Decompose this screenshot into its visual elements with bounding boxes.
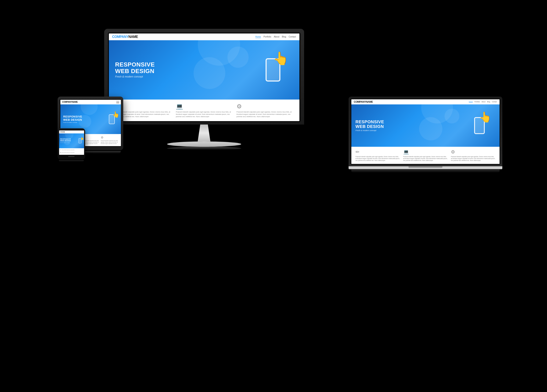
phone-bezel: CONAME RESPONSIVE WEB DESIGN [58, 128, 85, 159]
tablet-hand-cursor: 👆 [112, 111, 118, 117]
nav-item-about[interactable]: About [274, 35, 279, 38]
phone-pen-icon [60, 149, 61, 151]
laptop-feature-3-text: Praesent blandit vulputate justo eget eg… [451, 156, 495, 161]
laptop-feature-1: Praesent blandit vulputate justo eget eg… [356, 149, 400, 161]
hand-cursor-icon: 👆 [273, 51, 288, 66]
phone-feature-1-text: Praesent blandit vulputate justo eget eg… [62, 150, 75, 150]
nav-item-contact[interactable]: Contact [289, 35, 296, 38]
laptop-hero-subtitle: Fresh & modern concept [356, 129, 384, 131]
laptop-nav-blog[interactable]: Blog [487, 101, 490, 103]
site-nav: Home Portfolio About Blog Contact [255, 35, 296, 38]
feature-2: Praesent blandit vulputate justo eget eg… [176, 103, 232, 118]
hero-circle-3 [227, 47, 249, 68]
site-logo: COMPANYNAME [112, 35, 138, 39]
tablet-feature-3-text: Praesent blandit vulputate justo eget eg… [101, 140, 119, 144]
laptop-feature-2: Praesent blandit vulputate justo eget eg… [403, 149, 447, 161]
laptop-feature-3: Praesent blandit vulputate justo eget eg… [451, 149, 495, 161]
nav-item-portfolio[interactable]: Portfolio [263, 35, 271, 38]
tablet-hero-title: RESPONSIVE WEB DESIGN [63, 115, 82, 121]
tablet-hero-subtitle: Fresh & modern concept [63, 122, 82, 123]
gear-icon [237, 103, 242, 110]
laptop-device: COMPANYNAME Home Portfolio About Blog Co… [349, 96, 502, 172]
hamburger-line-1 [116, 101, 119, 102]
laptop-hero-text: RESPONSIVE WEB DESIGN Fresh & modern con… [351, 119, 384, 131]
phone-hero-circle-1 [65, 133, 74, 139]
feature-3-text: Praesent blandit vulputate justo eget eg… [237, 111, 293, 118]
laptop-phone-illustration: 👆 [474, 117, 485, 134]
laptop-hero-circle-3 [444, 109, 459, 124]
laptop-hero-icon: 👆 [474, 117, 485, 134]
laptop-nav-portfolio[interactable]: Portfolio [474, 101, 480, 103]
phone-home-button[interactable] [68, 156, 75, 157]
laptop-nav-about[interactable]: About [482, 101, 485, 103]
tablet-site-logo: COMPANYNAME [62, 101, 78, 103]
phone-website: CONAME RESPONSIVE WEB DESIGN [59, 131, 84, 155]
laptop-icon [176, 103, 183, 110]
hero-title: RESPONSIVE WEB DESIGN [115, 62, 155, 75]
feature-2-text: Praesent blandit vulputate justo eget eg… [176, 111, 232, 118]
laptop-hinge [409, 166, 442, 168]
phone-site-logo: CONAME [60, 131, 65, 133]
logo-text: COMPANY [112, 35, 129, 39]
scene: COMPANYNAME Home Portfolio About Blog Co… [41, 16, 506, 376]
phone-device: CONAME RESPONSIVE WEB DESIGN [58, 128, 85, 162]
site-features: Praesent blandit vulputate justo eget eg… [109, 100, 300, 121]
laptop-feature-1-text: Praesent blandit vulputate justo eget eg… [356, 156, 400, 161]
tablet-feature-3: Praesent blandit vulputate justo eget eg… [101, 136, 119, 144]
monitor-stand-neck [191, 124, 217, 141]
laptop-site-logo: COMPANYNAME [354, 100, 373, 103]
phone-gear-icon [60, 152, 61, 153]
laptop-nav-home[interactable]: Home [469, 101, 473, 103]
desktop-website: COMPANYNAME Home Portfolio About Blog Co… [109, 34, 300, 121]
tablet-hero-icon: 👆 [109, 114, 115, 124]
hamburger-line-3 [116, 103, 119, 103]
hero-text: RESPONSIVE WEB DESIGN Fresh & modern con… [109, 62, 155, 78]
phone-hand-cursor: 👆 [80, 137, 83, 140]
feature-1-text: Praesent blandit vulputate justo eget eg… [115, 111, 172, 118]
laptop-pen-icon [356, 149, 359, 155]
laptop-gear-icon [451, 149, 455, 155]
monitor-screen-bezel: COMPANYNAME Home Portfolio About Blog Co… [108, 33, 300, 122]
feature-1: Praesent blandit vulputate justo eget eg… [115, 103, 172, 118]
phone-site-hero: RESPONSIVE WEB DESIGN Fresh & modern con… [59, 133, 84, 148]
laptop-hand-cursor: 👆 [479, 111, 491, 123]
phone-feature-2-text: Praesent blandit vulputate justo eget eg… [62, 152, 75, 153]
phone-hero-icon: 👆 [79, 138, 82, 143]
tablet-hero-circle-1 [81, 104, 98, 115]
hamburger-line-2 [116, 102, 119, 102]
logo-text-bold: NAME [129, 35, 138, 39]
phone-phone-illustration: 👆 [79, 138, 82, 143]
desktop-device: COMPANYNAME Home Portfolio About Blog Co… [104, 29, 304, 150]
laptop-feature-2-text: Praesent blandit vulputate justo eget eg… [403, 156, 447, 161]
phone-hero-text: RESPONSIVE WEB DESIGN Fresh & modern con… [59, 138, 71, 143]
phone-reflection [59, 160, 84, 162]
tablet-hero-text: RESPONSIVE WEB DESIGN Fresh & modern con… [60, 115, 82, 123]
nav-item-blog[interactable]: Blog [282, 35, 286, 38]
laptop-nav-contact[interactable]: Contact [492, 101, 497, 103]
phone-feature-1: Praesent blandit vulputate justo eget eg… [60, 149, 83, 151]
laptop-site-hero: RESPONSIVE WEB DESIGN Fresh & modern con… [351, 104, 499, 147]
monitor-reflection [167, 147, 241, 150]
laptop-lid: COMPANYNAME Home Portfolio About Blog Co… [349, 96, 502, 166]
feature-3: Praesent blandit vulputate justo eget eg… [237, 103, 293, 118]
laptop-site-features: Praesent blandit vulputate justo eget eg… [351, 147, 499, 164]
nav-item-home[interactable]: Home [255, 35, 261, 38]
phone-feature-2: Praesent blandit vulputate justo eget eg… [60, 152, 83, 154]
laptop-screen-bezel: COMPANYNAME Home Portfolio About Blog Co… [351, 99, 500, 165]
laptop-site-header: COMPANYNAME Home Portfolio About Blog Co… [351, 99, 499, 104]
monitor-stand-base [167, 141, 241, 147]
hamburger-menu[interactable] [116, 101, 119, 103]
phone-screen-bezel: CONAME RESPONSIVE WEB DESIGN [59, 130, 84, 155]
site-header: COMPANYNAME Home Portfolio About Blog Co… [109, 34, 300, 40]
tablet-gear-icon [101, 136, 103, 139]
phone-site-features: Praesent blandit vulputate justo eget eg… [59, 148, 84, 155]
laptop-base [349, 166, 502, 169]
hero-icon: 👆 [266, 58, 280, 82]
hero-subtitle: Fresh & modern concept [115, 75, 155, 78]
laptop-site-nav: Home Portfolio About Blog Contact [469, 101, 497, 103]
tablet-phone-illustration: 👆 [109, 114, 115, 124]
hero-circle-2 [194, 57, 225, 89]
tablet-site-header: COMPANYNAME [60, 100, 121, 104]
monitor-bezel: COMPANYNAME Home Portfolio About Blog Co… [104, 29, 304, 125]
laptop-website: COMPANYNAME Home Portfolio About Blog Co… [351, 99, 499, 164]
